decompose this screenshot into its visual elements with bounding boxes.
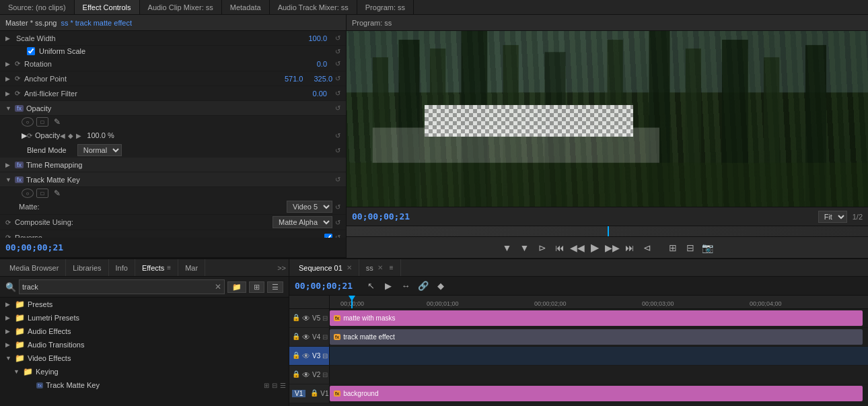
tab-effect-controls[interactable]: Effect Controls bbox=[75, 0, 140, 14]
effects-menu-icon[interactable]: ≡ bbox=[167, 264, 171, 271]
matte-dropdown[interactable]: Video 5 bbox=[287, 201, 332, 213]
track-matte-ellipse-tool[interactable]: ○ bbox=[22, 189, 34, 198]
tree-item-lumetri[interactable]: ▶ 📁 Lumetri Presets bbox=[0, 311, 289, 325]
scrub-bar[interactable] bbox=[347, 226, 868, 236]
tree-item-video-effects[interactable]: ▼ 📁 Video Effects bbox=[0, 351, 289, 365]
tab-audio-clip-mixer[interactable]: Audio Clip Mixer: ss bbox=[140, 0, 222, 14]
reset-rotation[interactable]: ↺ bbox=[332, 60, 343, 67]
tab-program[interactable]: Program: ss bbox=[357, 0, 414, 14]
tmk-action2[interactable]: ⊟ bbox=[272, 382, 277, 389]
tab-audio-track-mixer[interactable]: Audio Track Mixer: ss bbox=[270, 0, 357, 14]
track-v1-lock[interactable]: 🔒 bbox=[310, 389, 318, 399]
transport-step-forward[interactable]: ⊲ bbox=[639, 240, 655, 256]
transport-play[interactable]: ▶ bbox=[587, 240, 603, 256]
transport-jump-end[interactable]: ⏭ bbox=[622, 240, 638, 256]
new-bin-button[interactable]: ⊞ bbox=[249, 281, 264, 293]
new-folder-button[interactable]: 📁 bbox=[227, 281, 246, 293]
search-input[interactable] bbox=[22, 283, 215, 291]
tab-ss[interactable]: ss ✕ ≡ bbox=[359, 259, 401, 276]
reset-scale-width[interactable]: ↺ bbox=[332, 34, 343, 42]
transport-step-back[interactable]: ⊳ bbox=[534, 240, 550, 256]
tree-item-audio-effects[interactable]: ▶ 📁 Audio Effects bbox=[0, 325, 289, 338]
track-v4-lock[interactable]: 🔒 bbox=[292, 333, 300, 342]
tab-media-browser[interactable]: Media Browser bbox=[3, 259, 66, 276]
reset-uniform-scale[interactable]: ↺ bbox=[332, 48, 343, 55]
tab-mar[interactable]: Mar bbox=[178, 259, 205, 276]
track-v5-lock[interactable]: 🔒 bbox=[292, 314, 300, 323]
expand-opacity[interactable]: ▶ bbox=[22, 131, 27, 140]
expand-rotation[interactable]: ▶ bbox=[5, 61, 15, 67]
search-clear-button[interactable]: ✕ bbox=[215, 282, 221, 292]
reset-anti-flicker[interactable]: ↺ bbox=[332, 90, 343, 97]
track-v5-vis[interactable]: 👁 bbox=[302, 314, 310, 323]
more-tabs-button[interactable]: >> bbox=[277, 264, 286, 272]
track-v2-vis[interactable]: 👁 bbox=[302, 370, 310, 380]
sequence-01-close[interactable]: ✕ bbox=[347, 264, 352, 271]
transport-in-point[interactable]: ▼ bbox=[499, 240, 515, 256]
track-v2-source[interactable]: ⊟ bbox=[322, 371, 328, 378]
expand-anti-flicker[interactable]: ▶ bbox=[5, 90, 15, 97]
marker-tool[interactable]: ◆ bbox=[433, 279, 448, 294]
pen-mask-tool[interactable]: ✎ bbox=[51, 117, 63, 127]
track-v4-source[interactable]: ⊟ bbox=[322, 333, 328, 341]
tab-effects[interactable]: Effects ≡ bbox=[135, 259, 178, 276]
track-v2-lock[interactable]: 🔒 bbox=[292, 370, 300, 380]
transport-out-point[interactable]: ▼ bbox=[517, 240, 533, 256]
blend-mode-dropdown[interactable]: Normal bbox=[77, 144, 122, 156]
track-matte-rect-tool[interactable]: □ bbox=[36, 189, 48, 198]
anti-flicker-value[interactable]: 0.00 bbox=[313, 90, 327, 98]
transport-jump-start[interactable]: ⏮ bbox=[552, 240, 568, 256]
ripple-tool[interactable]: ↔ bbox=[398, 279, 413, 294]
expand-time-remapping[interactable]: ▶ bbox=[5, 162, 15, 168]
clip-background[interactable]: fx background bbox=[330, 386, 863, 401]
track-v4-vis[interactable]: 👁 bbox=[302, 333, 310, 342]
track-v3-lock[interactable]: 🔒 bbox=[292, 351, 300, 361]
tmk-action1[interactable]: ⊞ bbox=[264, 382, 269, 389]
expand-scale-width[interactable]: ▶ bbox=[5, 35, 15, 42]
expand-anchor-point[interactable]: ▶ bbox=[5, 75, 15, 82]
tab-libraries[interactable]: Libraries bbox=[66, 259, 108, 276]
track-v3-vis[interactable]: 👁 bbox=[302, 351, 310, 361]
reset-composite-using[interactable]: ↺ bbox=[332, 219, 343, 226]
tmk-action3[interactable]: ☰ bbox=[280, 382, 286, 389]
reset-anchor-point[interactable]: ↺ bbox=[332, 75, 343, 82]
tree-item-keying[interactable]: ▼ 📁 Keying bbox=[0, 365, 289, 378]
rotation-value[interactable]: 0.0 bbox=[317, 60, 327, 68]
scale-width-value[interactable]: 100.0 bbox=[308, 34, 327, 42]
tab-sequence-01[interactable]: Sequence 01 ✕ bbox=[292, 259, 359, 276]
ellipse-mask-tool[interactable]: ○ bbox=[22, 117, 34, 127]
uniform-scale-checkbox[interactable] bbox=[27, 47, 35, 55]
reset-opacity[interactable]: ↺ bbox=[332, 132, 343, 139]
track-matte-pen-tool[interactable]: ✎ bbox=[51, 189, 63, 198]
track-select-tool[interactable]: ▶ bbox=[381, 279, 396, 294]
transport-fast-forward[interactable]: ▶▶ bbox=[604, 240, 620, 256]
reset-track-matte-key[interactable]: ↺ bbox=[332, 176, 343, 183]
anchor-point-x[interactable]: 571.0 bbox=[285, 75, 303, 83]
clip-matte-with-masks[interactable]: fx matte with masks bbox=[330, 310, 863, 326]
tab-metadata[interactable]: Metadata bbox=[222, 0, 270, 14]
tab-info[interactable]: Info bbox=[109, 259, 135, 276]
composite-using-dropdown[interactable]: Matte Alpha bbox=[273, 216, 332, 228]
selection-tool[interactable]: ↖ bbox=[363, 279, 378, 294]
ss-close[interactable]: ✕ bbox=[377, 264, 383, 271]
reset-blend-mode[interactable]: ↺ bbox=[332, 147, 343, 154]
tree-item-track-matte-key[interactable]: ▶ fx Track Matte Key ⊞ ⊟ ☰ bbox=[0, 378, 289, 392]
timeline-timecode[interactable]: 00;00;00;21 bbox=[295, 281, 353, 291]
list-view-button[interactable]: ☰ bbox=[267, 281, 283, 293]
opacity-value[interactable]: 100.0 % bbox=[87, 131, 114, 139]
monitor-timecode[interactable]: 00;00;00;21 bbox=[352, 211, 410, 222]
clip-track-matte-effect[interactable]: fx track matte effect bbox=[330, 329, 863, 345]
track-v3-source[interactable]: ⊟ bbox=[322, 352, 328, 360]
track-v5-source[interactable]: ⊟ bbox=[322, 314, 328, 322]
ss-menu-icon[interactable]: ≡ bbox=[390, 264, 394, 271]
tab-source[interactable]: Source: (no clips) bbox=[0, 0, 75, 14]
fit-dropdown[interactable]: Fit bbox=[818, 211, 847, 223]
rect-mask-tool[interactable]: □ bbox=[36, 117, 48, 127]
expand-track-matte-key[interactable]: ▼ bbox=[5, 176, 15, 183]
transport-overwrite[interactable]: ⊟ bbox=[682, 240, 698, 256]
transport-export[interactable]: 📷 bbox=[700, 240, 716, 256]
expand-opacity-section[interactable]: ▼ bbox=[5, 105, 15, 112]
tree-item-presets[interactable]: ▶ 📁 Presets bbox=[0, 298, 289, 311]
snap-tool[interactable]: 🔗 bbox=[416, 279, 431, 294]
reset-matte[interactable]: ↺ bbox=[332, 203, 343, 211]
